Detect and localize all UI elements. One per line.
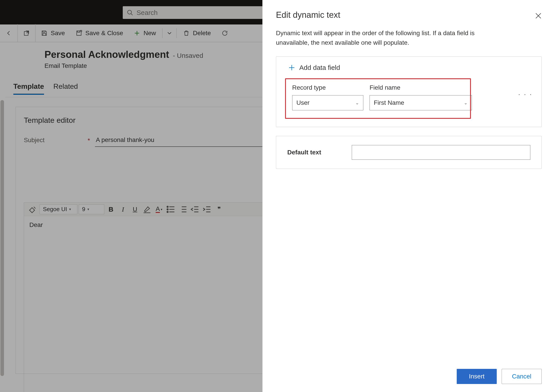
panel-title: Edit dynamic text <box>276 10 542 20</box>
add-data-field-label: Add data field <box>299 64 340 71</box>
field-name-select[interactable]: First Name ⌄ <box>370 95 472 110</box>
row-more-button[interactable]: · · · <box>518 90 533 98</box>
insert-button[interactable]: Insert <box>457 369 497 384</box>
modal-overlay <box>0 0 262 392</box>
data-field-card: Add data field Record type Field name Us… <box>276 57 542 127</box>
plus-icon <box>288 64 295 71</box>
panel-footer: Insert Cancel <box>457 369 542 384</box>
field-name-value: First Name <box>374 99 404 106</box>
close-icon <box>534 12 542 20</box>
cancel-button[interactable]: Cancel <box>502 369 542 384</box>
record-type-select[interactable]: User ⌄ <box>292 95 363 110</box>
panel-description: Dynamic text will appear in the order of… <box>276 28 503 48</box>
record-type-value: User <box>296 99 309 106</box>
chevron-down-icon: ⌄ <box>355 100 359 105</box>
field-name-label: Field name <box>370 84 472 91</box>
edit-dynamic-text-panel: Edit dynamic text Dynamic text will appe… <box>262 0 555 392</box>
add-data-field-button[interactable]: Add data field <box>288 64 340 71</box>
data-field-row: Record type Field name User ⌄ First Name… <box>285 78 471 119</box>
panel-close-button[interactable] <box>534 12 542 21</box>
record-type-label: Record type <box>292 84 363 91</box>
chevron-down-icon: ⌄ <box>464 100 467 105</box>
default-text-input[interactable] <box>352 145 530 160</box>
default-text-label: Default text <box>287 149 343 156</box>
default-text-card: Default text <box>276 136 542 169</box>
